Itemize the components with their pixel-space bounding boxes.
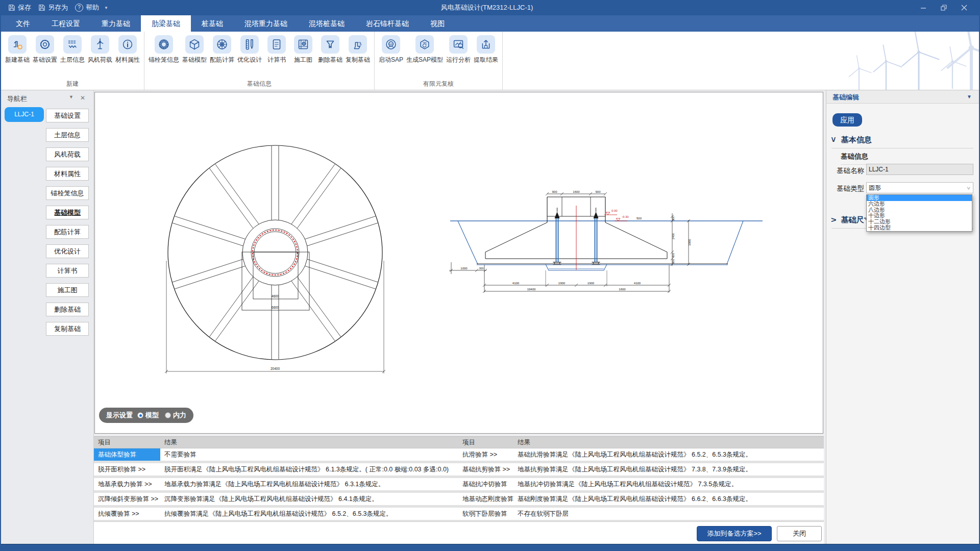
dropdown-option[interactable]: 十边形: [867, 213, 972, 219]
ribbon-item[interactable]: 运行分析: [445, 35, 472, 64]
display-option[interactable]: 内力: [165, 411, 186, 420]
project-tab[interactable]: LLJC-1: [5, 107, 44, 122]
apply-button[interactable]: 应用: [832, 113, 862, 127]
dropdown-option[interactable]: 八边形: [867, 207, 972, 213]
restore-button[interactable]: [940, 4, 947, 11]
sidebar-item[interactable]: 配筋计算: [46, 225, 89, 239]
collapse-icon[interactable]: ▼: [69, 94, 74, 99]
window-title: 风电基础设计(TM2312-LLJC-1): [226, 3, 748, 12]
ribbon-item[interactable]: 锚栓笼信息: [148, 35, 180, 64]
sidebar-item[interactable]: 材料属性: [46, 167, 89, 181]
ribbon-item[interactable]: 基础模型: [181, 35, 208, 64]
name-label: 基础名称: [837, 166, 864, 176]
ribbon-item[interactable]: 施工图: [290, 35, 316, 64]
new-foundation-icon: [8, 35, 27, 54]
table-row: 沉降倾斜变形验算 >> 沉降变形验算满足《陆上风电场工程风电机组基础设计规范》 …: [94, 493, 824, 505]
save-icon: [8, 4, 15, 11]
menu-tab[interactable]: 重力基础: [91, 15, 141, 32]
sidebar-item[interactable]: 优化设计: [46, 244, 89, 258]
menu-tab[interactable]: 岩石锚杆基础: [355, 15, 420, 32]
gear-icon: [36, 35, 54, 54]
svg-text:19400: 19400: [527, 288, 536, 291]
menu-tab[interactable]: 混塔重力基础: [234, 15, 298, 32]
titlebar: 保存 另存为 ? 帮助 ▼ 风电基础设计(TM2312-LLJC-1): [1, 0, 979, 15]
menu-tab[interactable]: 工程设置: [41, 15, 91, 32]
ribbon-item[interactable]: 复制基础: [345, 35, 371, 64]
svg-text:900: 900: [595, 190, 601, 193]
check-item-link[interactable]: 沉降倾斜变形验算 >>: [94, 493, 160, 505]
dropdown-option[interactable]: 十二边形: [867, 219, 972, 225]
check-result: 基础刚度验算满足《陆上风电场工程风电机组基础设计规范》 6.6.2、6.6.3条…: [513, 493, 824, 505]
ribbon-group: SAP 启动SAP SAP 生成SAP模型 运行分析: [375, 32, 503, 90]
column-header: 项目: [458, 437, 513, 448]
save-as-button[interactable]: 另存为: [36, 3, 70, 12]
ribbon-item[interactable]: 优化设计: [236, 35, 263, 64]
ribbon-item-label: 基础设置: [33, 56, 57, 64]
menu-tab[interactable]: 肋梁基础: [141, 15, 191, 32]
table-row: 抗倾覆验算 >> 抗倾覆验算满足《陆上风电场工程风电机组基础设计规范》 6.5.…: [94, 508, 824, 520]
menu-tab[interactable]: 视图: [420, 15, 455, 32]
check-item-link[interactable]: 软弱下卧层验算: [458, 508, 513, 520]
minimize-button[interactable]: [920, 4, 927, 11]
radio-button[interactable]: [137, 412, 143, 418]
sidebar-item[interactable]: 风机荷载: [46, 147, 89, 161]
ribbon-item[interactable]: 基础设置: [32, 35, 58, 64]
ribbon-item[interactable]: 材料属性: [114, 35, 141, 64]
sidebar-item[interactable]: 删除基础: [46, 303, 89, 316]
ribbon-item[interactable]: SAP 启动SAP: [378, 35, 404, 64]
ribbon-item[interactable]: 风机荷载: [87, 35, 113, 64]
sidebar-item[interactable]: 基础设置: [46, 109, 89, 122]
sidebar-item[interactable]: 复制基础: [46, 322, 89, 336]
ribbon-item[interactable]: 删除基础: [317, 35, 344, 64]
type-label: 基础类型: [837, 184, 864, 193]
dropdown-option[interactable]: 六边形: [867, 201, 972, 207]
check-item-link[interactable]: 抗倾覆验算 >>: [94, 508, 160, 520]
main-area: 导航栏 ▼ ✕ LLJC-1 基础设置土层信息风机荷载材料属性锚栓笼信息基础模型…: [1, 90, 979, 544]
check-item-link[interactable]: 基础抗冲切验算: [458, 478, 513, 490]
navigation-sidebar: 导航栏 ▼ ✕ LLJC-1 基础设置土层信息风机荷载材料属性锚栓笼信息基础模型…: [1, 90, 94, 544]
dropdown-option[interactable]: 十四边型: [867, 225, 972, 231]
menu-tab[interactable]: 混塔桩基础: [298, 15, 355, 32]
results-table: 项目 结果 项目 结果 基础体型验算 不需要验算 抗滑验算 >> 基础抗滑验算满…: [94, 436, 824, 521]
save-button[interactable]: 保存: [6, 3, 33, 12]
menu-tab[interactable]: 文件: [5, 15, 41, 32]
ribbon-item[interactable]: 提取结果: [473, 35, 499, 64]
display-option[interactable]: 模型: [137, 411, 159, 420]
ribbon-group-label: 有限元复核: [375, 80, 502, 88]
sidebar-item[interactable]: 计算书: [46, 264, 89, 278]
foundation-name-input[interactable]: LLJC-1: [866, 164, 973, 175]
sidebar-item[interactable]: 施工图: [46, 283, 89, 297]
sidebar-item[interactable]: 土层信息: [46, 128, 89, 142]
collapse-icon[interactable]: ▼: [967, 94, 972, 99]
foundation-type-select[interactable]: 圆形 >: [866, 182, 973, 193]
close-button[interactable]: [961, 4, 968, 11]
check-item-link[interactable]: 地基承载力验算 >>: [94, 478, 160, 490]
check-item-link[interactable]: 抗滑验算 >>: [458, 448, 513, 461]
table-row: 基础体型验算 不需要验算 抗滑验算 >> 基础抗滑验算满足《陆上风电场工程风电机…: [94, 448, 824, 461]
sidebar-item[interactable]: 锚栓笼信息: [46, 186, 89, 200]
foundation-info-header: 基础信息: [841, 152, 973, 165]
dropdown-option[interactable]: 圆形: [867, 195, 972, 201]
add-to-candidates-button[interactable]: 添加到备选方案>>: [697, 526, 772, 541]
content-column: 20400460066000.00-0.30500900160090030024…: [94, 90, 826, 544]
ribbon-item[interactable]: 配筋计算: [209, 35, 235, 64]
ribbon-item[interactable]: 土层信息: [59, 35, 86, 64]
check-item-link[interactable]: 基础抗剪验算 >>: [458, 463, 513, 475]
ribbon-item[interactable]: SAP 生成SAP模型: [405, 35, 444, 64]
check-result: 脱开面积满足《陆上风电场工程风电机组基础设计规范》 6.1.3条规定。( 正常:…: [160, 463, 458, 475]
check-item-link[interactable]: 地基动态刚度验算 >>: [458, 493, 513, 505]
check-item-link[interactable]: 基础体型验算: [94, 448, 160, 461]
close-button[interactable]: 关闭: [777, 526, 822, 541]
radio-button[interactable]: [165, 412, 171, 418]
close-icon[interactable]: ✕: [80, 94, 85, 102]
check-item-link[interactable]: 脱开面积验算 >>: [94, 463, 160, 475]
model-cube-icon: [185, 35, 204, 54]
ribbon-item[interactable]: 新建基础: [4, 35, 31, 64]
ribbon-item[interactable]: 计算书: [264, 35, 289, 64]
section-basic-info[interactable]: >基本信息: [831, 135, 973, 148]
display-settings-bar: 显示设置 模型 内力: [99, 408, 193, 423]
sidebar-item[interactable]: 基础模型: [46, 206, 89, 219]
chevron-down-icon[interactable]: ▼: [104, 6, 108, 10]
help-button[interactable]: ? 帮助: [73, 3, 101, 12]
menu-tab[interactable]: 桩基础: [191, 15, 234, 32]
